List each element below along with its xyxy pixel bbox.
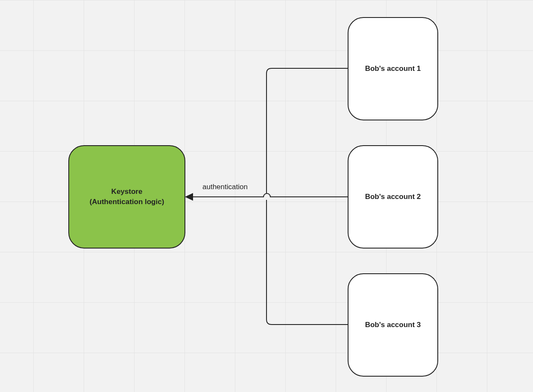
arrowhead-to-keystore xyxy=(185,193,193,201)
edge-from-account-3 xyxy=(266,200,348,325)
node-account-3 xyxy=(348,274,438,376)
node-account-2 xyxy=(348,146,438,248)
node-account-1 xyxy=(348,18,438,120)
edge-from-account-1 xyxy=(266,68,348,194)
node-keystore xyxy=(69,146,185,248)
diagram-svg xyxy=(0,0,533,392)
edge-from-account-2-and-main xyxy=(192,193,348,197)
